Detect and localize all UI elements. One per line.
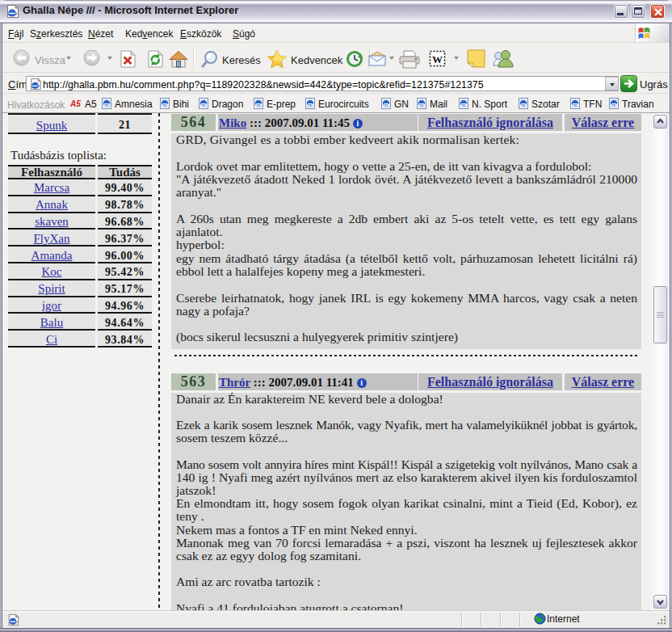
svg-text:A5: A5 [70,99,81,108]
svg-text:W: W [432,53,443,65]
